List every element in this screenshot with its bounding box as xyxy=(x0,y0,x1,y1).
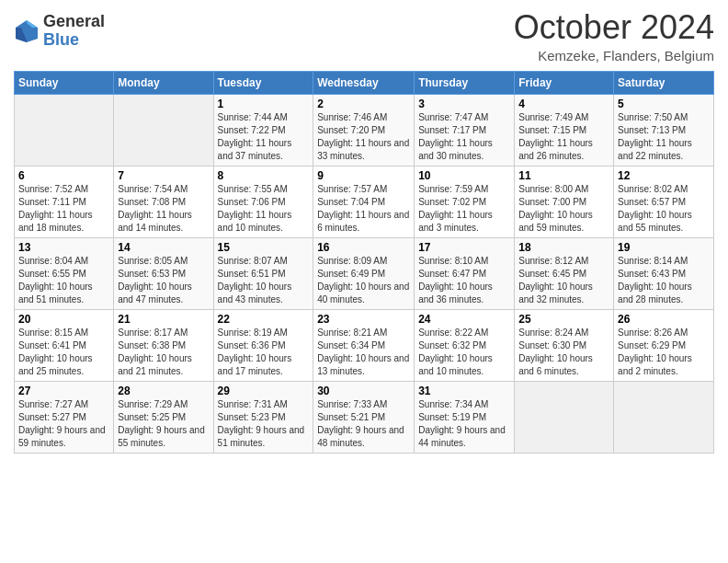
day-cell: 27Sunrise: 7:27 AMSunset: 5:27 PMDayligh… xyxy=(15,381,114,453)
day-info: Sunrise: 7:50 AMSunset: 7:13 PMDaylight:… xyxy=(618,112,692,161)
day-info: Sunrise: 7:55 AMSunset: 7:06 PMDaylight:… xyxy=(218,184,292,233)
day-number: 18 xyxy=(518,241,609,254)
day-info: Sunrise: 8:02 AMSunset: 6:57 PMDaylight:… xyxy=(618,184,692,233)
day-cell: 6Sunrise: 7:52 AMSunset: 7:11 PMDaylight… xyxy=(15,166,114,237)
day-number: 26 xyxy=(618,313,710,326)
day-number: 10 xyxy=(418,169,510,182)
day-info: Sunrise: 8:10 AMSunset: 6:47 PMDaylight:… xyxy=(418,256,493,304)
day-cell xyxy=(15,94,114,166)
month-title: October 2024 xyxy=(514,9,714,46)
day-cell: 17Sunrise: 8:10 AMSunset: 6:47 PMDayligh… xyxy=(415,237,515,309)
day-cell xyxy=(614,381,714,453)
day-cell: 13Sunrise: 8:04 AMSunset: 6:55 PMDayligh… xyxy=(15,237,114,309)
day-cell: 23Sunrise: 8:21 AMSunset: 6:34 PMDayligh… xyxy=(313,309,415,381)
day-info: Sunrise: 8:07 AMSunset: 6:51 PMDaylight:… xyxy=(218,256,292,304)
header: General Blue October 2024 Kemzeke, Fland… xyxy=(14,9,714,63)
day-info: Sunrise: 7:47 AMSunset: 7:17 PMDaylight:… xyxy=(418,112,493,161)
day-number: 13 xyxy=(18,241,109,254)
day-info: Sunrise: 8:04 AMSunset: 6:55 PMDaylight:… xyxy=(18,256,93,304)
day-info: Sunrise: 8:19 AMSunset: 6:36 PMDaylight:… xyxy=(218,327,292,376)
day-info: Sunrise: 7:49 AMSunset: 7:15 PMDaylight:… xyxy=(518,112,593,161)
day-number: 8 xyxy=(218,169,310,182)
day-cell: 19Sunrise: 8:14 AMSunset: 6:43 PMDayligh… xyxy=(614,237,714,309)
day-info: Sunrise: 7:54 AMSunset: 7:08 PMDaylight:… xyxy=(118,184,192,233)
day-cell: 11Sunrise: 8:00 AMSunset: 7:00 PMDayligh… xyxy=(515,166,614,237)
day-info: Sunrise: 8:26 AMSunset: 6:29 PMDaylight:… xyxy=(618,327,692,376)
day-cell: 10Sunrise: 7:59 AMSunset: 7:02 PMDayligh… xyxy=(415,166,515,237)
day-cell: 1Sunrise: 7:44 AMSunset: 7:22 PMDaylight… xyxy=(213,94,313,166)
day-info: Sunrise: 8:21 AMSunset: 6:34 PMDaylight:… xyxy=(317,327,409,376)
day-info: Sunrise: 7:27 AMSunset: 5:27 PMDaylight:… xyxy=(18,399,106,448)
header-cell-friday: Friday xyxy=(515,71,614,94)
day-cell: 2Sunrise: 7:46 AMSunset: 7:20 PMDaylight… xyxy=(313,94,415,166)
day-cell: 16Sunrise: 8:09 AMSunset: 6:49 PMDayligh… xyxy=(313,237,415,309)
week-row-3: 13Sunrise: 8:04 AMSunset: 6:55 PMDayligh… xyxy=(15,237,714,309)
day-info: Sunrise: 8:17 AMSunset: 6:38 PMDaylight:… xyxy=(118,327,192,376)
header-cell-thursday: Thursday xyxy=(415,71,515,94)
day-number: 4 xyxy=(518,98,609,110)
day-number: 1 xyxy=(218,98,310,110)
day-info: Sunrise: 8:24 AMSunset: 6:30 PMDaylight:… xyxy=(518,327,593,376)
day-info: Sunrise: 8:15 AMSunset: 6:41 PMDaylight:… xyxy=(18,327,93,376)
day-number: 5 xyxy=(618,98,710,110)
day-info: Sunrise: 8:22 AMSunset: 6:32 PMDaylight:… xyxy=(418,327,493,376)
day-cell: 5Sunrise: 7:50 AMSunset: 7:13 PMDaylight… xyxy=(614,94,714,166)
header-cell-saturday: Saturday xyxy=(614,71,714,94)
header-cell-monday: Monday xyxy=(114,71,213,94)
day-number: 6 xyxy=(18,169,109,182)
day-number: 21 xyxy=(118,313,209,326)
logo-blue: Blue xyxy=(43,31,105,50)
day-cell: 18Sunrise: 8:12 AMSunset: 6:45 PMDayligh… xyxy=(515,237,614,309)
day-cell: 15Sunrise: 8:07 AMSunset: 6:51 PMDayligh… xyxy=(213,237,313,309)
page: General Blue October 2024 Kemzeke, Fland… xyxy=(0,0,728,563)
day-number: 20 xyxy=(18,313,109,326)
day-number: 3 xyxy=(418,98,510,110)
day-cell: 20Sunrise: 8:15 AMSunset: 6:41 PMDayligh… xyxy=(15,309,114,381)
day-cell: 14Sunrise: 8:05 AMSunset: 6:53 PMDayligh… xyxy=(114,237,213,309)
day-number: 2 xyxy=(317,98,410,110)
day-cell: 12Sunrise: 8:02 AMSunset: 6:57 PMDayligh… xyxy=(614,166,714,237)
day-number: 27 xyxy=(18,385,109,397)
logo: General Blue xyxy=(14,13,105,50)
day-cell: 26Sunrise: 8:26 AMSunset: 6:29 PMDayligh… xyxy=(614,309,714,381)
day-cell: 30Sunrise: 7:33 AMSunset: 5:21 PMDayligh… xyxy=(313,381,415,453)
location: Kemzeke, Flanders, Belgium xyxy=(514,48,714,63)
day-cell: 9Sunrise: 7:57 AMSunset: 7:04 PMDaylight… xyxy=(313,166,415,237)
week-row-4: 20Sunrise: 8:15 AMSunset: 6:41 PMDayligh… xyxy=(15,309,714,381)
day-cell: 25Sunrise: 8:24 AMSunset: 6:30 PMDayligh… xyxy=(515,309,614,381)
day-cell: 4Sunrise: 7:49 AMSunset: 7:15 PMDaylight… xyxy=(515,94,614,166)
day-info: Sunrise: 8:00 AMSunset: 7:00 PMDaylight:… xyxy=(518,184,593,233)
day-cell: 29Sunrise: 7:31 AMSunset: 5:23 PMDayligh… xyxy=(213,381,313,453)
header-row: SundayMondayTuesdayWednesdayThursdayFrid… xyxy=(15,71,714,94)
week-row-2: 6Sunrise: 7:52 AMSunset: 7:11 PMDaylight… xyxy=(15,166,714,237)
day-number: 31 xyxy=(418,385,510,397)
day-cell: 8Sunrise: 7:55 AMSunset: 7:06 PMDaylight… xyxy=(213,166,313,237)
day-cell xyxy=(515,381,614,453)
week-row-1: 1Sunrise: 7:44 AMSunset: 7:22 PMDaylight… xyxy=(15,94,714,166)
day-info: Sunrise: 7:44 AMSunset: 7:22 PMDaylight:… xyxy=(218,112,292,161)
day-cell: 28Sunrise: 7:29 AMSunset: 5:25 PMDayligh… xyxy=(114,381,213,453)
calendar-table: SundayMondayTuesdayWednesdayThursdayFrid… xyxy=(14,71,714,454)
header-cell-sunday: Sunday xyxy=(15,71,114,94)
day-cell: 31Sunrise: 7:34 AMSunset: 5:19 PMDayligh… xyxy=(415,381,515,453)
logo-general: General xyxy=(43,13,105,31)
day-number: 25 xyxy=(518,313,609,326)
logo-icon xyxy=(14,18,40,44)
day-info: Sunrise: 7:46 AMSunset: 7:20 PMDaylight:… xyxy=(317,112,409,161)
day-number: 15 xyxy=(218,241,310,254)
day-info: Sunrise: 7:31 AMSunset: 5:23 PMDaylight:… xyxy=(218,399,305,448)
day-number: 12 xyxy=(618,169,710,182)
day-cell xyxy=(114,94,213,166)
day-info: Sunrise: 7:29 AMSunset: 5:25 PMDaylight:… xyxy=(118,399,205,448)
day-cell: 21Sunrise: 8:17 AMSunset: 6:38 PMDayligh… xyxy=(114,309,213,381)
day-number: 11 xyxy=(518,169,609,182)
day-number: 23 xyxy=(317,313,410,326)
day-number: 19 xyxy=(618,241,710,254)
day-number: 9 xyxy=(317,169,410,182)
week-row-5: 27Sunrise: 7:27 AMSunset: 5:27 PMDayligh… xyxy=(15,381,714,453)
day-info: Sunrise: 7:59 AMSunset: 7:02 PMDaylight:… xyxy=(418,184,493,233)
day-number: 28 xyxy=(118,385,209,397)
day-cell: 22Sunrise: 8:19 AMSunset: 6:36 PMDayligh… xyxy=(213,309,313,381)
title-area: October 2024 Kemzeke, Flanders, Belgium xyxy=(514,9,714,63)
day-number: 22 xyxy=(218,313,310,326)
